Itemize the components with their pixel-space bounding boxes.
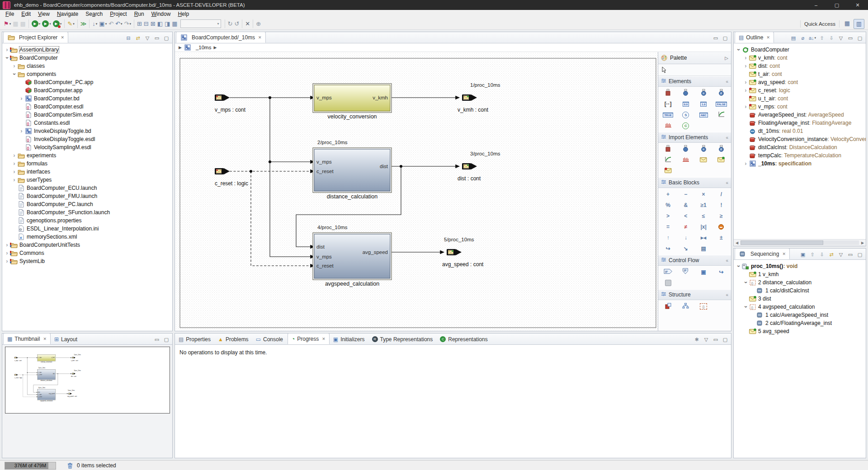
menu-project[interactable]: Project [106, 10, 130, 18]
quick-access-button[interactable]: Quick Access [800, 20, 840, 28]
toolbar-save-all-button[interactable]: ▩ [19, 19, 26, 29]
connection[interactable] [23, 375, 38, 397]
toolbar-resume-button[interactable]: ≫ [80, 19, 88, 29]
dropdown-arrow-icon[interactable]: ▾ [129, 22, 131, 26]
expand-arrow-icon[interactable]: › [743, 62, 749, 70]
project-explorer-item-boardcomputer-ecu-launch[interactable]: BoardComputer_ECU.launch [4, 184, 172, 192]
toolbar-save-button[interactable]: ▦ [12, 19, 19, 29]
palette-item-send-message[interactable] [659, 165, 677, 176]
thumbnail-tab-layout[interactable]: ⊞Layout [51, 334, 81, 344]
palette-item-imported-system-constant[interactable]: # [712, 144, 730, 155]
sequencing-item-3-dist[interactable]: 3 dist [736, 295, 866, 303]
maximize-icon[interactable]: ▢ [162, 335, 170, 343]
dropdown-arrow-icon[interactable]: ▾ [60, 22, 62, 26]
project-explorer-item-memorysections-xml[interactable]: XmemorySections.xml [4, 233, 172, 241]
expand-arrow-icon[interactable]: › [11, 62, 17, 70]
toolbar-distribute-button[interactable]: ▦ [171, 19, 178, 29]
move-down-icon[interactable]: ⇩ [827, 34, 835, 42]
project-explorer-item-classes[interactable]: ›classes [4, 62, 172, 70]
expand-arrow-icon[interactable]: › [11, 160, 17, 167]
expand-arrow-icon[interactable]: › [742, 280, 750, 286]
sequencing-item-2-calc-floatingaverage-inst[interactable]: 2 calc/FloatingAverage_inst [736, 319, 866, 327]
expand-arrow-icon[interactable]: › [11, 71, 18, 77]
heap-status[interactable]: 376M of 479M [5, 462, 56, 470]
project-explorer-item-boardcomputer-fmu-launch[interactable]: BoardComputer_FMU.launch [4, 192, 172, 200]
outline-item-dist[interactable]: ›dist : cont [736, 62, 866, 70]
outline-item-averagespeed-inst[interactable]: sAverageSpeed_inst : AverageSpeed [736, 111, 866, 119]
dropdown-arrow-icon[interactable]: ▾ [121, 22, 123, 26]
collapse-section-icon[interactable]: « [726, 79, 728, 84]
palette-item-enumeration[interactable]: ABC [695, 109, 712, 120]
expand-arrow-icon[interactable]: › [4, 241, 10, 249]
palette-item-parameter[interactable] [659, 88, 677, 99]
move-up-icon[interactable]: ⇧ [808, 250, 816, 258]
dropdown-arrow-icon[interactable]: ▾ [815, 36, 816, 40]
block-avgspeed_calculation[interactable]: 4/proc_10msdistv_mpsc_resetavg_speedavgs… [37, 387, 55, 402]
palette-item-if-then[interactable]: IF [659, 267, 677, 277]
collapse-all-icon[interactable]: ⊟ [124, 34, 132, 42]
close-tab-icon[interactable]: ✕ [322, 337, 326, 341]
project-explorer-item-boardcomputer-pc-app[interactable]: BoardComputer_PC.app [4, 78, 172, 86]
toolbar-rotate-right-button[interactable]: ↺ [233, 19, 240, 29]
port-avg_speed[interactable]: 5/proc_10msavg_speed : cont [442, 237, 484, 268]
scroll-left-icon[interactable]: ◀ [734, 241, 740, 245]
dropdown-arrow-icon[interactable]: ▾ [39, 22, 41, 26]
dropdown-arrow-icon[interactable]: ▾ [73, 22, 75, 26]
palette-item-receive-message[interactable] [712, 155, 730, 165]
expand-arrow-icon[interactable]: › [4, 46, 10, 53]
project-explorer-item-esdl-linear-interpolation-ini[interactable]: ESDL_Linear_Interpolation.ini [4, 225, 172, 233]
maximize-icon[interactable]: ▢ [856, 34, 864, 42]
sequencing-item-proc-10ms[interactable]: ›proc_10ms() : void [736, 262, 866, 270]
hide-dependencies-icon[interactable]: ⌀ [799, 34, 807, 42]
project-explorer-item-constants-esdl[interactable]: {}Constants.esdl [4, 119, 172, 127]
palette-collapse-icon[interactable]: ▷ [725, 56, 728, 61]
minimize-icon[interactable]: ▭ [846, 250, 854, 258]
palette-item-message[interactable] [695, 155, 712, 165]
editor-tab-boardcomputer-bd-10ms[interactable]: BoardComputer.bd/_10ms✕ [176, 32, 266, 43]
palette-item-logical-true[interactable]: TRUE [659, 109, 677, 120]
diagram-canvas[interactable]: v_mpsv_kmhvelocity_conversion2/proc_10ms… [175, 52, 658, 331]
toolbar-run-external-button[interactable]: ▶▾ [52, 19, 63, 29]
palette-section-structure[interactable]: Structure« [658, 289, 731, 300]
outline-item-c-reset[interactable]: ›c_reset : logic [736, 86, 866, 94]
palette-item-while[interactable]: ▣ [695, 267, 712, 277]
minimize-icon[interactable]: ▭ [712, 335, 720, 343]
maximize-icon[interactable]: ▢ [856, 250, 864, 258]
open-perspective-button[interactable]: ▦ [842, 19, 852, 28]
outline-item-v-kmh[interactable]: ›v_kmh : cont [736, 54, 866, 62]
minimize-icon[interactable]: ▭ [846, 34, 854, 42]
menu-edit[interactable]: Edit [18, 10, 34, 18]
toolbar-run-button[interactable]: ▶▾ [41, 19, 52, 29]
block-avgspeed_calculation[interactable]: 4/proc_10msdistv_mpsc_resetavg_speedavgs… [313, 225, 392, 287]
toolbar-combo[interactable]: ▾ [180, 19, 221, 28]
close-window-icon[interactable]: ✕ [847, 0, 868, 10]
toolbar-code-generation-button[interactable]: ✎▾ [66, 19, 75, 29]
expand-arrow-icon[interactable]: › [735, 263, 742, 269]
palette-item-less[interactable]: < [677, 211, 694, 221]
close-tab-icon[interactable]: ✕ [43, 337, 47, 341]
palette-item-addition[interactable]: + [659, 189, 677, 200]
minimize-window-icon[interactable]: – [806, 0, 826, 10]
palette-item-string[interactable]: S [677, 109, 694, 120]
dropdown-arrow-icon[interactable]: ▾ [49, 22, 51, 26]
menu-run[interactable]: Run [131, 10, 148, 18]
toolbar-anchor-button[interactable]: ⊕ [255, 19, 262, 29]
view-menu-icon[interactable]: ▽ [837, 34, 845, 42]
palette-item-distribution[interactable] [659, 120, 677, 131]
collapse-section-icon[interactable]: « [726, 258, 728, 263]
minimize-icon[interactable]: ▭ [153, 34, 161, 42]
palette-item-method[interactable]: ▤ [695, 243, 712, 254]
sequencing-item-5-avg-speed[interactable]: 5 avg_speed [736, 327, 866, 335]
menu-help[interactable]: Help [174, 10, 193, 18]
expand-arrow-icon[interactable]: › [743, 87, 749, 94]
breadcrumb-item[interactable]: _10ms [196, 45, 212, 50]
block-distance_calculation[interactable]: 2/proc_10msv_mpsc_resetdistdistance_calc… [313, 140, 392, 200]
thumbnail-tab-thumbnail[interactable]: ▦Thumbnail✕ [3, 333, 51, 344]
expand-arrow-icon[interactable]: › [4, 258, 10, 265]
palette-item-not-equal[interactable]: ≠ [677, 221, 694, 232]
maximize-window-icon[interactable]: ▢ [826, 0, 847, 10]
outline-item-tempcalc[interactable]: stempCalc : TemperatureCalculation [736, 151, 866, 160]
outline-item-10ms[interactable]: ›_10ms : specification [736, 160, 866, 168]
project-explorer-item-usertypes[interactable]: ›userTypes [4, 176, 172, 184]
project-explorer-item-systemlib[interactable]: ›SystemLib [4, 257, 172, 265]
